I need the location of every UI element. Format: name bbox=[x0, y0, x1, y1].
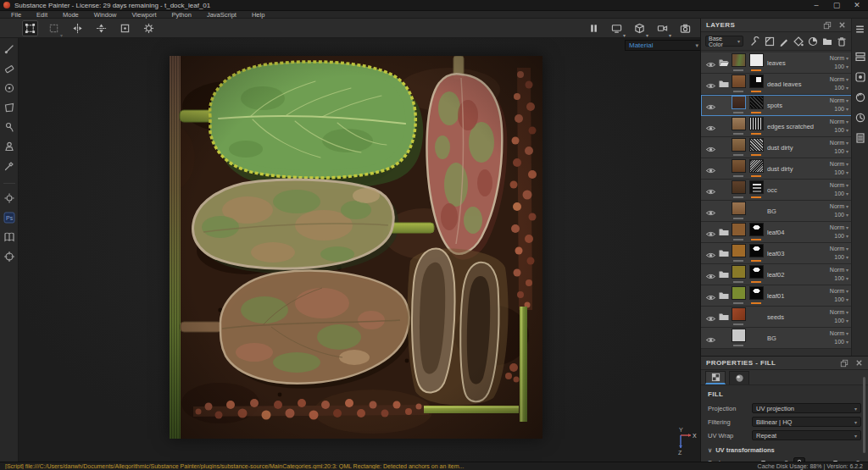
uv-wrap-dropdown[interactable]: Repeat▾ bbox=[752, 430, 861, 440]
opacity-dropdown[interactable]: 100▾ bbox=[813, 126, 849, 135]
blend-mode-dropdown[interactable]: Norm▾ bbox=[813, 139, 849, 147]
menu-item-file[interactable]: File bbox=[3, 11, 29, 19]
layer-row-dust-dirty[interactable]: dust dirtyNorm▾100▾ bbox=[701, 137, 851, 158]
visibility-toggle[interactable] bbox=[705, 80, 716, 88]
blend-mode-dropdown[interactable]: Norm▾ bbox=[813, 160, 849, 169]
visibility-toggle[interactable] bbox=[705, 313, 716, 321]
layer-thumbnail[interactable] bbox=[732, 53, 746, 72]
layer-thumbnail[interactable] bbox=[732, 159, 746, 178]
opacity-dropdown[interactable]: 100▾ bbox=[813, 211, 849, 219]
filtering-dropdown[interactable]: Bilinear | HQ▾ bbox=[752, 417, 861, 427]
visibility-toggle[interactable] bbox=[705, 271, 716, 279]
visibility-toggle[interactable] bbox=[705, 144, 716, 152]
add-effect-wrench-button[interactable] bbox=[750, 36, 760, 47]
layer-row-edges-scratched[interactable]: edges scratchedNorm▾100▾ bbox=[701, 116, 851, 137]
layer-row-BG[interactable]: BGNorm▾100▾ bbox=[701, 201, 851, 222]
blend-mode-dropdown[interactable]: Norm▾ bbox=[813, 224, 849, 232]
menu-item-edit[interactable]: Edit bbox=[29, 11, 55, 19]
texture-canvas[interactable] bbox=[170, 56, 542, 439]
add-smart-material-button[interactable] bbox=[808, 36, 818, 47]
undock-icon[interactable] bbox=[840, 359, 849, 368]
visibility-toggle[interactable] bbox=[705, 250, 716, 257]
tool-smudge-button[interactable] bbox=[2, 119, 17, 135]
visibility-toggle[interactable] bbox=[705, 102, 716, 109]
blend-mode-dropdown[interactable]: Norm▾ bbox=[813, 202, 849, 211]
menu-item-viewport[interactable]: Viewport bbox=[124, 11, 164, 19]
maximize-button[interactable]: ▢ bbox=[832, 2, 841, 9]
layer-thumbnail[interactable] bbox=[732, 180, 746, 199]
focus-frame-button[interactable] bbox=[117, 20, 133, 36]
panel-menu-button[interactable] bbox=[854, 24, 866, 36]
layer-mask-thumbnail[interactable] bbox=[749, 223, 764, 241]
layer-row-occ[interactable]: occNorm▾100▾ bbox=[701, 180, 851, 201]
visibility-toggle[interactable] bbox=[705, 207, 716, 215]
tab-fill-properties[interactable] bbox=[705, 371, 726, 384]
add-group-folder-button[interactable] bbox=[822, 36, 832, 47]
blend-mode-dropdown[interactable]: Norm▾ bbox=[813, 181, 849, 190]
blend-mode-dropdown[interactable]: Norm▾ bbox=[813, 118, 849, 126]
menu-item-help[interactable]: Help bbox=[244, 11, 272, 19]
close-panel-icon[interactable] bbox=[855, 359, 863, 367]
add-fill-layer-button[interactable] bbox=[793, 36, 804, 47]
dock-layers-button[interactable] bbox=[854, 51, 866, 63]
tab-material-properties[interactable] bbox=[729, 371, 749, 384]
layer-thumbnail[interactable] bbox=[732, 265, 746, 284]
add-paint-button[interactable] bbox=[779, 36, 789, 47]
layer-mask-thumbnail[interactable] bbox=[749, 159, 764, 178]
layer-thumbnail[interactable] bbox=[732, 138, 746, 157]
layer-row-spots[interactable]: spotsNorm▾100▾ bbox=[701, 95, 851, 116]
layer-row-leaf01[interactable]: leaf01Norm▾100▾ bbox=[701, 285, 851, 307]
layer-row-leaves[interactable]: leavesNorm▾100▾ bbox=[701, 53, 851, 74]
opacity-dropdown[interactable]: 100▾ bbox=[813, 274, 849, 283]
opacity-dropdown[interactable]: 100▾ bbox=[813, 84, 849, 92]
opacity-dropdown[interactable]: 100▾ bbox=[813, 338, 849, 346]
pause-button[interactable] bbox=[586, 20, 602, 36]
layer-row-leaf03[interactable]: leaf03Norm▾100▾ bbox=[701, 243, 851, 264]
opacity-dropdown[interactable]: 100▾ bbox=[813, 253, 849, 262]
layer-thumbnail[interactable] bbox=[732, 96, 746, 114]
layer-thumbnail[interactable] bbox=[732, 329, 746, 347]
snapshot-button[interactable] bbox=[677, 20, 693, 36]
blend-mode-dropdown[interactable]: Norm▾ bbox=[813, 308, 849, 317]
geometry-button[interactable]: ▾ bbox=[632, 20, 648, 36]
visibility-toggle[interactable] bbox=[705, 165, 716, 173]
plugin-plugin-gear-button[interactable] bbox=[2, 191, 17, 206]
layer-mask-thumbnail[interactable] bbox=[749, 117, 764, 135]
layer-thumbnail[interactable] bbox=[732, 223, 746, 241]
opacity-dropdown[interactable]: 100▾ bbox=[813, 147, 849, 156]
properties-scrollbar[interactable] bbox=[863, 377, 865, 453]
layer-thumbnail[interactable] bbox=[732, 244, 746, 263]
layer-row-seeds[interactable]: seedsNorm▾100▾ bbox=[701, 307, 851, 328]
layer-mask-thumbnail[interactable] bbox=[749, 180, 764, 199]
layer-thumbnail[interactable] bbox=[732, 307, 746, 326]
minimize-button[interactable]: – bbox=[812, 2, 821, 9]
dock-log-button[interactable] bbox=[854, 132, 866, 144]
layer-mask-thumbnail[interactable] bbox=[749, 265, 764, 284]
layer-mask-thumbnail[interactable] bbox=[749, 53, 764, 72]
manipulator-button[interactable] bbox=[22, 20, 38, 36]
menu-item-python[interactable]: Python bbox=[164, 11, 199, 19]
blend-mode-dropdown[interactable]: Norm▾ bbox=[813, 266, 849, 274]
uv-viewport[interactable]: Material ▾ bbox=[19, 38, 700, 462]
layer-mask-thumbnail[interactable] bbox=[749, 244, 764, 263]
menu-item-mode[interactable]: Mode bbox=[55, 11, 86, 19]
layer-mask-thumbnail[interactable] bbox=[749, 286, 764, 305]
close-panel-icon[interactable] bbox=[838, 21, 846, 29]
visibility-toggle[interactable] bbox=[705, 335, 716, 342]
display-button[interactable]: ▾ bbox=[609, 20, 625, 36]
menu-item-window[interactable]: Window bbox=[86, 11, 125, 19]
plugin-shelf-book-button[interactable] bbox=[2, 229, 17, 245]
symmetry-y-button[interactable] bbox=[93, 20, 109, 36]
close-button[interactable]: ✕ bbox=[853, 2, 861, 9]
blend-mode-dropdown[interactable]: Norm▾ bbox=[813, 287, 849, 296]
uv-transformations-header[interactable]: ∨ UV transformations bbox=[701, 442, 868, 456]
opacity-dropdown[interactable]: 100▾ bbox=[813, 232, 849, 241]
layer-row-leaf02[interactable]: leaf02Norm▾100▾ bbox=[701, 264, 851, 285]
visibility-toggle[interactable] bbox=[705, 292, 716, 300]
channel-dropdown[interactable]: Base Color ▾ bbox=[705, 36, 743, 47]
layer-row-leaf04[interactable]: leaf04Norm▾100▾ bbox=[701, 222, 851, 243]
layer-mask-thumbnail[interactable] bbox=[749, 75, 764, 93]
layer-row-dead-leaves[interactable]: dead leavesNorm▾100▾ bbox=[701, 74, 851, 95]
plugin-resource-target-button[interactable] bbox=[2, 249, 17, 264]
tool-polygon-fill-button[interactable] bbox=[2, 100, 17, 115]
